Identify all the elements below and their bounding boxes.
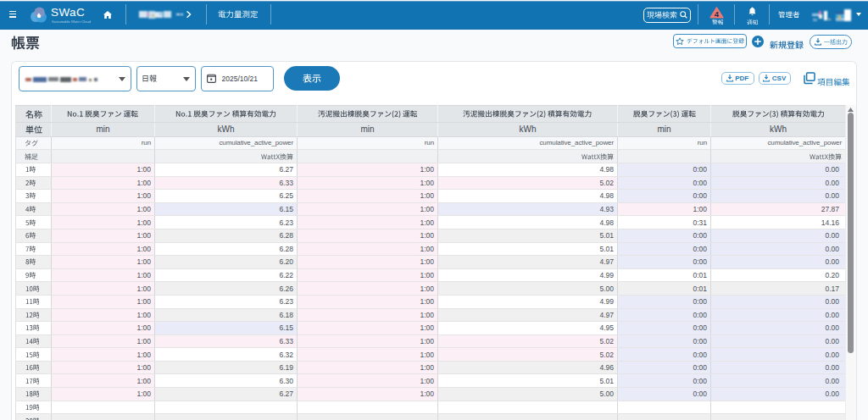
svg-text:4: 4 <box>714 9 719 19</box>
